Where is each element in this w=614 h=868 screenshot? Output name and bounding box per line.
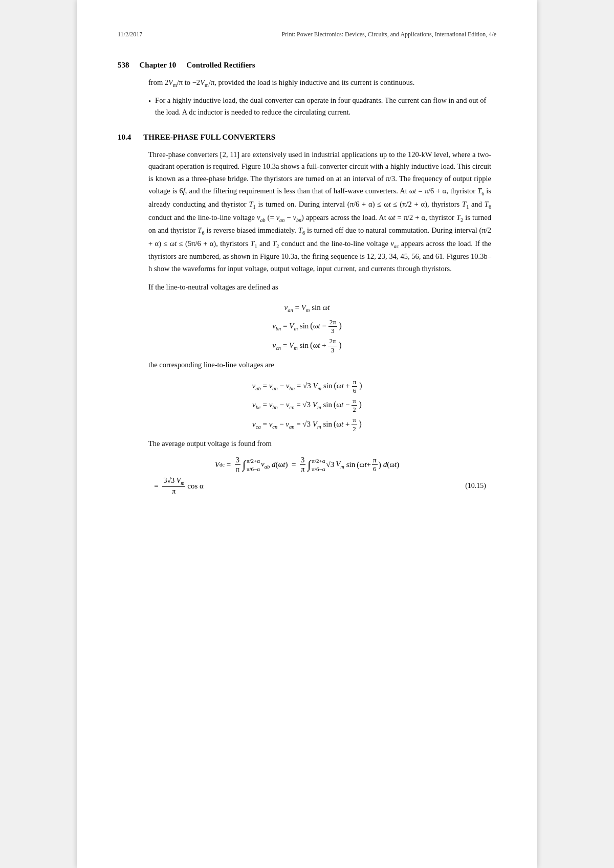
vdc-eq-line2: = 3√3 Vm π cos α (10.15)	[118, 477, 496, 496]
section-number: 10.4	[118, 133, 131, 142]
body-paragraph-2: If the line-to-neutral voltages are defi…	[148, 281, 491, 294]
page: 11/2/2017 Print: Power Electronics: Devi…	[77, 0, 537, 868]
neutral-voltage-equations: van = Vm sin ωt vbn = Vm sin (ωt − 2π 3 …	[118, 300, 496, 354]
page-number: 538	[118, 61, 129, 70]
page-header: 11/2/2017 Print: Power Electronics: Devi…	[118, 31, 496, 40]
section-title: THREE-PHASE FULL CONVERTERS	[143, 133, 275, 142]
eq-vbn: vbn = Vm sin (ωt − 2π 3 )	[118, 318, 496, 335]
body-paragraph-1: Three-phase converters [2, 11] are exten…	[148, 149, 491, 276]
page-heading: 538 Chapter 10 Controlled Rectifiers	[118, 61, 496, 70]
eq-van: van = Vm sin ωt	[118, 300, 496, 316]
vdc-eq-line1: Vdc = 3 π ∫ π/2+α π/6−α vab d(ωt) = 3 π …	[118, 456, 496, 474]
vdc-equation-block: Vdc = 3 π ∫ π/2+α π/6−α vab d(ωt) = 3 π …	[118, 456, 496, 496]
line-voltage-equations: vab = van − vbn = √3 Vm sin (ωt + π 6 ) …	[118, 377, 496, 433]
body-paragraph-4: The average output voltage is found from	[148, 438, 491, 450]
bullet-item-1: • For a highly inductive load, the dual …	[148, 95, 496, 118]
eq-vbc: vbc = vbn − vcn = √3 Vm sin (ωt − π 2 )	[118, 396, 496, 413]
bullet-dot: •	[148, 96, 151, 118]
header-title: Print: Power Electronics: Devices, Circu…	[281, 31, 496, 38]
vdc-label: V	[215, 460, 220, 469]
eq-number-10-15: (10.15)	[465, 482, 486, 490]
eq-vcn: vcn = Vm sin (ωt + 2π 3 )	[118, 337, 496, 354]
chapter-subtitle: Controlled Rectifiers	[186, 61, 255, 70]
eq-vca: vca = vcn − van = √3 Vm sin (ωt + π 2 )	[118, 416, 496, 433]
eq-vab: vab = van − vbn = √3 Vm sin (ωt + π 6 )	[118, 377, 496, 394]
body-paragraph-3: the corresponding line-to-line voltages …	[148, 359, 491, 371]
header-date: 11/2/2017	[118, 31, 142, 38]
bullet-text-1: For a highly inductive load, the dual co…	[155, 95, 496, 118]
intro-text: from 2Vm/π to −2Vm/π, provided the load …	[148, 77, 496, 90]
section-header-10-4: 10.4 THREE-PHASE FULL CONVERTERS	[118, 133, 496, 142]
chapter-label: Chapter 10	[140, 61, 177, 70]
